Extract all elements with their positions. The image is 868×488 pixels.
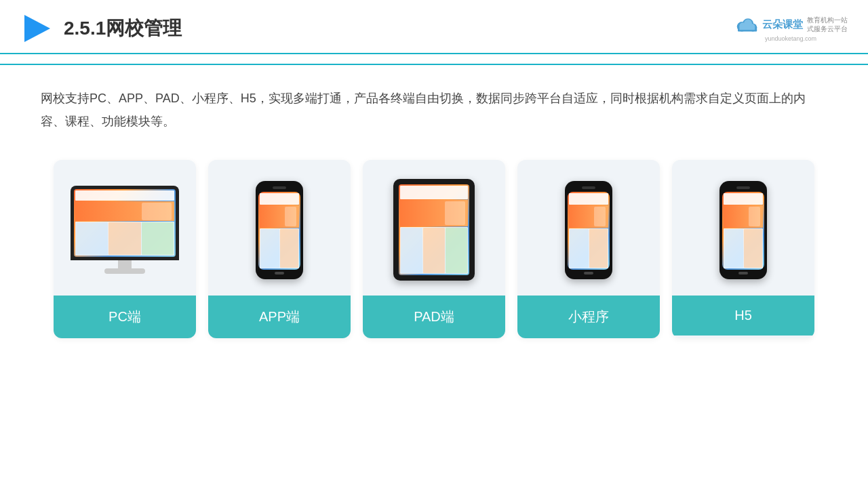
header: 2.5.1网校管理 云朵课堂 教育机构一站 (0, 0, 868, 65)
logo-subtitle: 教育机构一站 式服务云平台 (807, 16, 848, 33)
logo-area: 云朵课堂 教育机构一站 式服务云平台 yunduoketang.com (734, 15, 848, 42)
pc-monitor-icon (71, 186, 179, 274)
card-pc-label: PC端 (54, 296, 196, 338)
logo-name: 云朵课堂 (762, 18, 803, 31)
description-text: 网校支持PC、APP、PAD、小程序、H5，实现多端打通，产品各终端自由切换，数… (0, 65, 868, 140)
cloud-icon (734, 15, 758, 34)
page-title: 2.5.1网校管理 (64, 16, 182, 41)
card-pc: PC端 (54, 160, 196, 338)
card-app-label: APP端 (208, 296, 351, 338)
phone-icon-mini (565, 181, 612, 279)
card-h5-image (672, 160, 814, 296)
svg-rect-8 (739, 26, 755, 30)
card-mini-image (517, 160, 660, 296)
card-h5-label: H5 (672, 296, 814, 336)
header-left: 2.5.1网校管理 (20, 12, 182, 45)
card-pad-image (363, 160, 505, 296)
card-pc-image (54, 160, 196, 296)
header-inner: 2.5.1网校管理 云朵课堂 教育机构一站 (0, 0, 868, 54)
logo-cloud: 云朵课堂 教育机构一站 式服务云平台 (734, 15, 848, 34)
card-h5: H5 (672, 160, 814, 338)
card-pad: PAD端 (363, 160, 505, 338)
card-mini: 小程序 (517, 160, 660, 338)
phone-icon-app (256, 181, 303, 279)
logo-url: yunduoketang.com (765, 35, 816, 42)
tablet-icon (393, 179, 475, 281)
card-app-image (208, 160, 351, 296)
play-icon (20, 12, 53, 45)
card-pad-label: PAD端 (363, 296, 505, 338)
phone-icon-h5 (719, 181, 767, 279)
svg-marker-0 (24, 15, 50, 42)
cards-container: PC端 APP端 (0, 140, 868, 359)
card-mini-label: 小程序 (517, 296, 660, 338)
card-app: APP端 (208, 160, 351, 338)
